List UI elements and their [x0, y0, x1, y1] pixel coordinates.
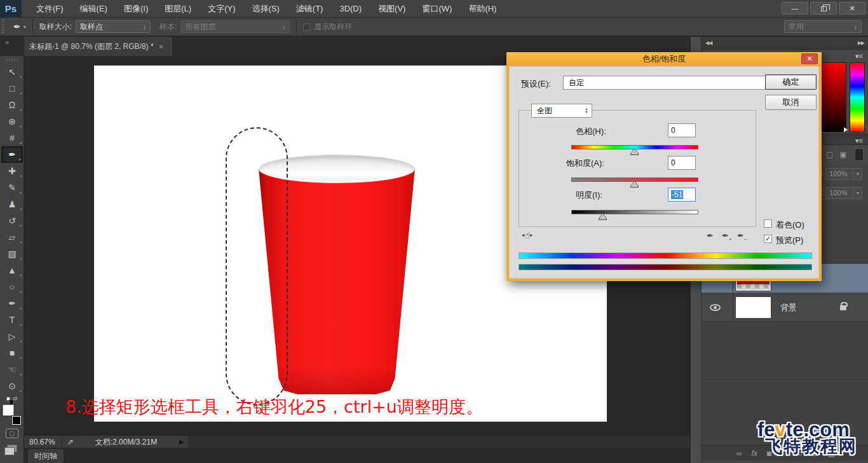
- layer-thumbnail[interactable]: [736, 297, 771, 318]
- dodge-tool[interactable]: ○: [0, 279, 24, 295]
- selection-marquee[interactable]: [226, 127, 288, 405]
- saturation-input[interactable]: 0: [668, 156, 696, 170]
- lightness-track[interactable]: [571, 210, 698, 214]
- eyedropper-icon[interactable]: ✒: [13, 22, 21, 32]
- lightness-input[interactable]: -51: [668, 188, 696, 202]
- rectangle-tool[interactable]: ■: [0, 345, 24, 361]
- hue-slider[interactable]: [571, 145, 698, 156]
- link-layers-icon[interactable]: ∞: [736, 449, 742, 458]
- visibility-eye-icon[interactable]: [710, 304, 721, 311]
- tab-close-icon[interactable]: ✕: [159, 43, 164, 50]
- menu-file[interactable]: 文件(F): [28, 0, 72, 18]
- panel-menu-icon[interactable]: ▾≡: [855, 52, 863, 60]
- spinner-icon: ↕: [278, 24, 285, 31]
- menu-image[interactable]: 图像(I): [116, 0, 156, 18]
- eyedropper-subtract-icon[interactable]: ✒−: [737, 231, 747, 242]
- quick-mask-button[interactable]: [6, 429, 18, 438]
- timeline-tab[interactable]: 时间轴: [28, 449, 64, 463]
- eyedropper-sample-icon[interactable]: ✒: [707, 231, 714, 240]
- layer-effects-icon[interactable]: fx: [752, 449, 757, 458]
- document-tab[interactable]: 未标题-1 @ 80.7% (图层 2, RGB/8) * ✕: [24, 37, 173, 56]
- close-window-button[interactable]: ✕: [839, 2, 865, 15]
- lightness-slider[interactable]: [571, 210, 698, 221]
- export-icon[interactable]: ⇗: [62, 438, 79, 446]
- expand-panels-icon[interactable]: ▶▶: [858, 40, 864, 46]
- type-tool[interactable]: T: [0, 312, 24, 328]
- pen-tool[interactable]: ✒: [0, 295, 24, 312]
- dialog-title: 色相/饱和度: [642, 53, 686, 65]
- eyedropper-add-icon[interactable]: ✒+: [722, 231, 732, 242]
- menu-filter[interactable]: 滤镜(T): [288, 0, 332, 18]
- zoom-level-field[interactable]: 80.67%: [24, 438, 62, 446]
- preview-checkbox[interactable]: ✓: [764, 235, 772, 243]
- spot-healing-brush-tool[interactable]: ✚: [0, 163, 24, 179]
- hue-slider-arrow-icon[interactable]: [844, 127, 848, 132]
- clone-stamp-tool[interactable]: ♟: [0, 196, 24, 212]
- sample-size-dropdown[interactable]: 取样点 ↕: [76, 20, 151, 33]
- filter-icon-2[interactable]: ▣: [839, 150, 846, 159]
- layer-name[interactable]: 背景: [780, 302, 797, 314]
- hue-saturation-dialog: 色相/饱和度 ✕ 预设(E): 自定 ▴▾ ⚙ 确定 取消 全图 ▴▾ 色相(H…: [506, 52, 822, 281]
- crop-tool[interactable]: #: [0, 130, 24, 146]
- eyedropper-tool[interactable]: ✒: [1, 146, 23, 163]
- screen-mode-button[interactable]: [7, 445, 17, 452]
- panel-resize-grip-icon[interactable]: ⋰: [860, 126, 867, 133]
- menu-select[interactable]: 选择(S): [243, 0, 287, 18]
- move-tool[interactable]: ↖: [0, 64, 24, 80]
- brush-icon: ✎: [8, 183, 16, 193]
- ok-button[interactable]: 确定: [765, 74, 817, 90]
- lasso-tool[interactable]: Ω: [0, 97, 24, 113]
- layers-menu-icon[interactable]: ▾≡: [855, 137, 863, 145]
- quick-selection-tool[interactable]: ⊛: [0, 113, 24, 130]
- hand-tool[interactable]: ☜: [0, 361, 24, 378]
- background-color-swatch[interactable]: [12, 416, 21, 425]
- blend-mode-swatch[interactable]: [855, 148, 864, 161]
- hue-input[interactable]: 0: [668, 123, 696, 137]
- opacity-caret-icon: ▾: [853, 169, 862, 179]
- spinner-icon: ↕: [139, 24, 146, 31]
- layer-row-background[interactable]: 背景: [702, 293, 868, 322]
- foreground-color-swatch[interactable]: [3, 404, 14, 416]
- targeted-adjustment-icon[interactable]: ◂☝▸: [522, 230, 532, 241]
- menu-edit[interactable]: 编辑(E): [72, 0, 116, 18]
- history-brush-tool[interactable]: ↺: [0, 212, 24, 229]
- restore-button[interactable]: [810, 2, 837, 15]
- toolbar-expand-icon[interactable]: »: [5, 38, 9, 46]
- eraser-tool[interactable]: ▱: [0, 229, 24, 245]
- tool-preset-caret-icon[interactable]: ▾: [24, 24, 26, 30]
- fevte-watermark: fevte.com 飞特教程网: [757, 420, 857, 455]
- preset-dropdown[interactable]: 自定 ▴▾: [563, 76, 774, 90]
- zoom-tool[interactable]: ⊙: [0, 378, 24, 394]
- gradient-icon: ▧: [8, 249, 16, 259]
- blur-tool[interactable]: ▲: [0, 262, 24, 279]
- hue-ramp[interactable]: [850, 62, 865, 132]
- rectangular-marquee-tool[interactable]: □: [0, 80, 24, 97]
- collapse-panels-icon[interactable]: ◀◀: [705, 40, 712, 46]
- menu-view[interactable]: 视图(V): [370, 0, 414, 18]
- dialog-title-bar[interactable]: 色相/饱和度 ✕: [506, 52, 822, 66]
- filter-icon-1[interactable]: ▢: [826, 150, 833, 159]
- dialog-close-button[interactable]: ✕: [801, 53, 818, 64]
- minimize-button[interactable]: —: [782, 2, 808, 15]
- menu-layer[interactable]: 图层(L): [156, 0, 200, 18]
- gradient-tool[interactable]: ▧: [0, 245, 24, 262]
- default-colors-icon[interactable]: [6, 397, 10, 401]
- menu-help[interactable]: 帮助(H): [460, 0, 505, 18]
- spinner-icon: ↕: [850, 24, 857, 31]
- workspace-dropdown[interactable]: 常用 ↕: [784, 20, 862, 33]
- crop-icon: #: [10, 133, 15, 143]
- menu-window[interactable]: 窗口(W): [414, 0, 460, 18]
- status-bar: 80.67% ⇗ 文档:2.00M/3.21M ▶: [24, 435, 690, 448]
- cancel-button[interactable]: 取消: [765, 95, 817, 110]
- channel-value: 全图: [532, 106, 552, 116]
- swap-colors-control[interactable]: ⇄: [0, 394, 24, 403]
- status-menu-arrow-icon[interactable]: ▶: [179, 438, 184, 445]
- path-selection-tool[interactable]: ▷: [0, 328, 24, 345]
- menu-type[interactable]: 文字(Y): [200, 0, 243, 18]
- menu-bar: Ps 文件(F) 编辑(E) 图像(I) 图层(L) 文字(Y) 选择(S) 滤…: [0, 0, 868, 18]
- colorize-checkbox[interactable]: [764, 219, 772, 228]
- menu-3d[interactable]: 3D(D): [331, 0, 370, 18]
- status-controls: 80.67% ⇗ 文档:2.00M/3.21M: [24, 436, 188, 448]
- channel-dropdown[interactable]: 全图 ▴▾: [531, 104, 592, 118]
- brush-tool[interactable]: ✎: [0, 179, 24, 196]
